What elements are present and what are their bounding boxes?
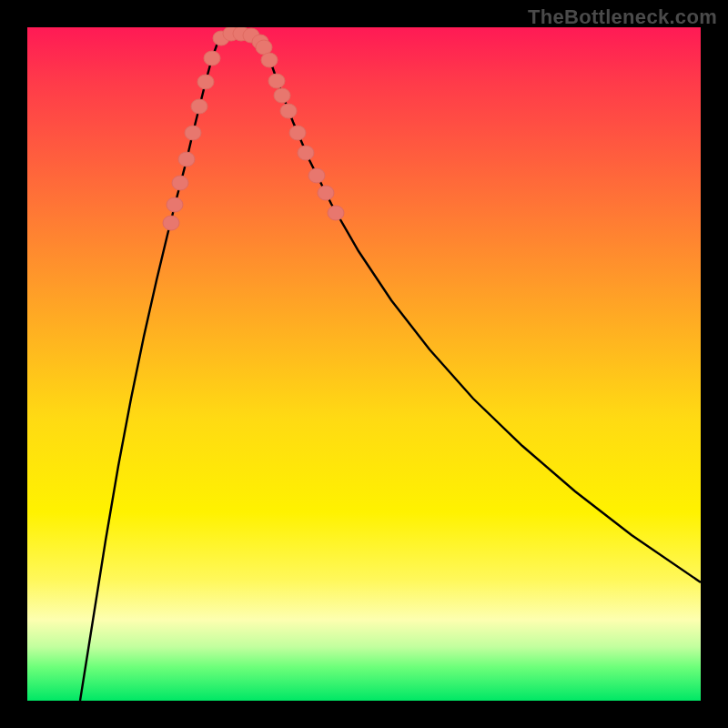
bottleneck-curve-plot bbox=[27, 27, 701, 701]
sample-marker bbox=[328, 206, 344, 220]
sample-marker bbox=[261, 53, 278, 67]
watermark-text: TheBottleneck.com bbox=[528, 5, 717, 29]
sample-marker bbox=[172, 176, 188, 190]
sample-marker bbox=[185, 126, 201, 140]
sample-marker bbox=[204, 51, 220, 66]
sample-marker bbox=[298, 146, 314, 160]
sample-marker bbox=[167, 197, 183, 212]
sample-marker bbox=[280, 104, 297, 118]
sample-marker bbox=[308, 168, 325, 183]
curve-right bbox=[258, 36, 701, 582]
sample-marker bbox=[191, 99, 207, 114]
sample-marker bbox=[274, 88, 290, 103]
sample-marker bbox=[163, 216, 179, 230]
sample-marker bbox=[197, 75, 214, 89]
chart-frame bbox=[27, 27, 701, 701]
sample-marker bbox=[268, 74, 285, 88]
sample-markers bbox=[163, 27, 344, 230]
sample-marker bbox=[289, 126, 306, 140]
sample-marker bbox=[178, 152, 195, 167]
sample-marker bbox=[318, 186, 334, 200]
